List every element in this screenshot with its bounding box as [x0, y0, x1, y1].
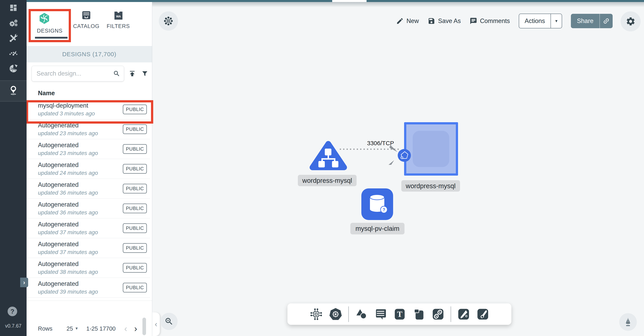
- node-label-service[interactable]: wordpress-mysql: [298, 175, 356, 186]
- app-version: v0.7.67: [0, 323, 26, 329]
- new-label: New: [406, 17, 419, 25]
- sidebar-expand-button[interactable]: ›: [20, 278, 28, 287]
- prev-page-button[interactable]: ‹: [124, 323, 127, 333]
- copy-link-button[interactable]: [600, 14, 613, 28]
- speedometer-icon: [8, 48, 18, 57]
- tab-designs-underline: [35, 37, 68, 39]
- node-deployment-wordpress-mysql[interactable]: [404, 122, 458, 176]
- pencil-icon: [396, 17, 404, 25]
- comment-tool-button[interactable]: [374, 308, 387, 321]
- design-name: Autogenerated: [38, 260, 98, 268]
- interface-pentagon-badge[interactable]: [398, 149, 411, 162]
- new-design-button[interactable]: New: [396, 17, 419, 25]
- list-item[interactable]: Autogenerated updated 39 minutes ago PUB…: [26, 278, 150, 298]
- list-item[interactable]: mysql-deployment updated 3 minutes ago P…: [26, 100, 150, 119]
- search-icon: [113, 70, 120, 77]
- kubernetes-tool-button[interactable]: [329, 307, 342, 321]
- design-name: Autogenerated: [38, 161, 98, 169]
- node-service-wordpress-mysql[interactable]: [309, 141, 348, 171]
- svg-text:WA: WA: [116, 15, 121, 18]
- design-updated: updated 3 minutes ago: [38, 110, 95, 117]
- node-label-pvc[interactable]: mysql-pv-claim: [350, 223, 404, 234]
- zoom-in-button[interactable]: [160, 313, 178, 330]
- shapes-tool-button[interactable]: [355, 308, 368, 321]
- sidebar-item-kanvas[interactable]: [0, 81, 26, 101]
- import-design-button[interactable]: [128, 70, 136, 78]
- environment-selector-button[interactable]: [159, 12, 178, 31]
- rows-per-page-select[interactable]: 25: [66, 325, 73, 332]
- pencil-tool-button[interactable]: [476, 308, 490, 321]
- next-page-button[interactable]: ›: [134, 323, 137, 333]
- node-pvc-mysql-pv-claim[interactable]: ?: [361, 188, 393, 220]
- service-edge[interactable]: [339, 148, 399, 150]
- sidebar-item-extensions[interactable]: [0, 64, 26, 74]
- visibility-badge: PUBLIC: [123, 263, 147, 273]
- tab-designs-label[interactable]: DESIGNS: [31, 28, 69, 34]
- visibility-badge: PUBLIC: [123, 184, 147, 193]
- list-item[interactable]: Autogenerated updated 24 minutes ago PUB…: [26, 159, 150, 179]
- gears-icon: [8, 18, 18, 28]
- list-item[interactable]: Autogenerated updated 38 minutes ago PUB…: [26, 258, 150, 278]
- designs-list: mysql-deployment updated 3 minutes ago P…: [26, 99, 150, 298]
- filter-list-button[interactable]: [141, 70, 148, 78]
- meshery-logo-icon: [38, 13, 50, 24]
- save-as-button[interactable]: Save As: [428, 17, 461, 25]
- designs-count-header: DESIGNS (17,700): [26, 46, 152, 62]
- list-item[interactable]: Autogenerated updated 23 minutes ago PUB…: [26, 139, 150, 159]
- actions-split-button[interactable]: Actions ▾: [519, 14, 562, 28]
- design-updated: updated 23 minutes ago: [38, 150, 98, 156]
- sidebar-item-lifecycle[interactable]: [0, 18, 26, 28]
- sidebar-item-configuration[interactable]: [0, 33, 26, 43]
- tab-catalog[interactable]: [82, 11, 91, 20]
- share-split-button[interactable]: Share: [571, 14, 613, 28]
- column-header-name[interactable]: Name: [38, 90, 55, 97]
- actions-caret-icon[interactable]: ▾: [551, 14, 562, 28]
- sidebar-item-dashboard[interactable]: [0, 4, 26, 12]
- components-tool-button[interactable]: [310, 308, 323, 321]
- text-tool-button[interactable]: T: [393, 308, 406, 321]
- kanvas-pin-icon: [0, 85, 26, 96]
- help-button[interactable]: ?: [8, 307, 17, 316]
- list-item[interactable]: Autogenerated updated 36 minutes ago PUB…: [26, 199, 150, 218]
- list-item[interactable]: Autogenerated updated 23 minutes ago PUB…: [26, 119, 150, 139]
- persistent-volume-icon: ?: [361, 188, 393, 220]
- list-item[interactable]: Autogenerated updated 37 minutes ago PUB…: [26, 218, 150, 238]
- visibility-badge: PUBLIC: [123, 204, 147, 213]
- comments-button[interactable]: Comments: [470, 17, 510, 25]
- scalpel-tool-button[interactable]: [457, 308, 470, 321]
- list-item[interactable]: Autogenerated updated 37 minutes ago PUB…: [26, 238, 150, 258]
- frame-tool-button[interactable]: [412, 308, 426, 321]
- rows-per-page-caret-icon[interactable]: ▾: [76, 326, 78, 331]
- search-input[interactable]: [36, 70, 113, 77]
- tools-icon: [8, 33, 18, 43]
- tab-filters[interactable]: WA: [114, 11, 123, 20]
- edge-arrowhead: [388, 159, 394, 165]
- pagination-range: 1-25 17700: [86, 325, 116, 332]
- design-name: Autogenerated: [38, 142, 98, 149]
- wasm-filter-icon: WA: [114, 11, 123, 20]
- visibility-badge: PUBLIC: [123, 223, 147, 233]
- pen-mode-button[interactable]: [619, 313, 637, 331]
- dashboard-icon: [9, 4, 18, 12]
- node-label-deployment[interactable]: wordpress-mysql: [401, 180, 460, 192]
- actions-label[interactable]: Actions: [519, 14, 551, 28]
- design-actions-toolbar: New Save As Comments Actions ▾ Share: [396, 14, 613, 28]
- svg-text:T: T: [397, 310, 402, 318]
- funnel-icon: [141, 70, 148, 78]
- tab-catalog-label[interactable]: CATALOG: [73, 23, 99, 29]
- top-dock-handle[interactable]: [332, 0, 366, 2]
- list-item[interactable]: Autogenerated updated 36 minutes ago PUB…: [26, 179, 150, 199]
- drawer-collapse-button[interactable]: ‹: [152, 312, 160, 336]
- design-updated: updated 37 minutes ago: [38, 249, 98, 255]
- catalog-archive-icon: [82, 11, 91, 20]
- design-search[interactable]: [32, 66, 124, 81]
- visibility-badge: PUBLIC: [123, 164, 147, 174]
- sidebar-item-performance[interactable]: [0, 48, 26, 57]
- list-scrollbar[interactable]: [142, 318, 146, 335]
- tab-filters-label[interactable]: FILTERS: [105, 23, 131, 29]
- link-tool-button[interactable]: [432, 308, 445, 321]
- canvas-settings-button[interactable]: [621, 12, 640, 31]
- share-label[interactable]: Share: [571, 14, 600, 28]
- zoom-in-icon: [164, 317, 174, 326]
- tab-designs[interactable]: [38, 13, 50, 24]
